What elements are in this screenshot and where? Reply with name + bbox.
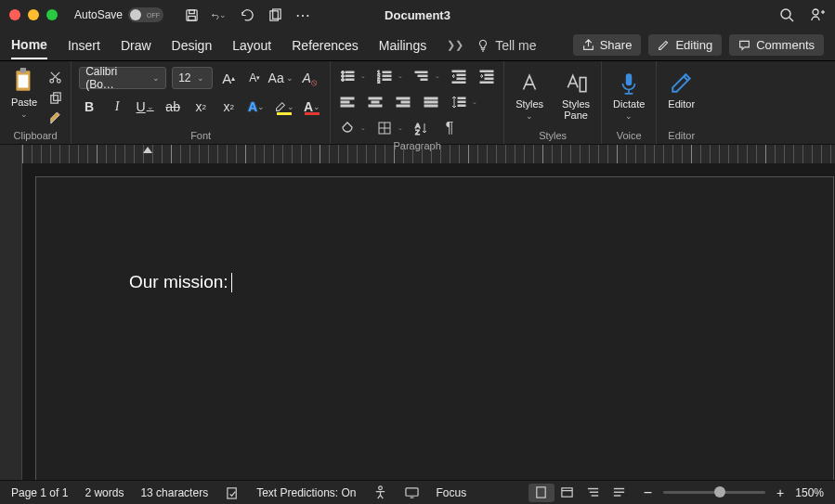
- focus-mode[interactable]: Focus: [437, 486, 467, 499]
- align-left-icon[interactable]: [338, 93, 357, 111]
- tab-design[interactable]: Design: [172, 32, 213, 58]
- clear-format-icon[interactable]: A⦸: [296, 68, 317, 88]
- cut-icon[interactable]: [46, 69, 63, 85]
- indent-marker[interactable]: [143, 147, 152, 153]
- grow-font-icon[interactable]: A▴: [218, 68, 239, 88]
- outline-icon[interactable]: [581, 484, 607, 502]
- template-icon[interactable]: [267, 7, 282, 22]
- font-color-icon[interactable]: A⌄: [302, 97, 322, 117]
- print-layout-icon[interactable]: [528, 484, 554, 502]
- zoom-out-icon[interactable]: −: [644, 485, 652, 501]
- group-styles: Styles⌄ Styles Pane Styles: [504, 61, 602, 144]
- strike-button[interactable]: ab: [163, 97, 183, 117]
- tell-me[interactable]: Tell me: [476, 38, 536, 53]
- align-right-icon[interactable]: [394, 93, 412, 111]
- tab-mailings[interactable]: Mailings: [379, 32, 426, 58]
- char-count[interactable]: 13 characters: [140, 486, 208, 499]
- svg-point-66: [379, 486, 383, 490]
- svg-rect-39: [485, 74, 493, 76]
- undo-icon[interactable]: ⌄: [212, 7, 227, 22]
- svg-rect-1: [189, 9, 194, 13]
- search-icon[interactable]: [779, 7, 794, 22]
- dictate-button[interactable]: Dictate⌄: [609, 69, 648, 123]
- vertical-ruler[interactable]: [0, 163, 22, 480]
- redo-icon[interactable]: [240, 7, 254, 22]
- indent-left-icon[interactable]: [450, 67, 468, 85]
- show-marks-icon[interactable]: ¶: [440, 119, 459, 137]
- page-indicator[interactable]: Page 1 of 1: [11, 486, 68, 499]
- text-effects-icon[interactable]: A⌄: [246, 97, 267, 117]
- draft-icon[interactable]: [607, 484, 633, 502]
- change-case-icon[interactable]: Aa⌄: [270, 68, 291, 88]
- svg-rect-55: [458, 97, 465, 99]
- paste-button[interactable]: Paste ⌄: [7, 65, 41, 121]
- autosave-toggle[interactable]: AutoSave OFF: [74, 7, 163, 22]
- close-window[interactable]: [9, 9, 20, 20]
- copy-icon[interactable]: [46, 89, 63, 106]
- shading-icon[interactable]: [338, 119, 357, 137]
- shrink-font-icon[interactable]: A▾: [244, 68, 265, 88]
- format-painter-icon[interactable]: [46, 110, 63, 126]
- subscript-button[interactable]: x2: [190, 97, 211, 117]
- font-name-combo[interactable]: Calibri (Bo…⌄: [79, 67, 166, 89]
- word-count[interactable]: 2 words: [85, 486, 124, 499]
- document-page[interactable]: Our mission:: [35, 176, 834, 480]
- indent-right-icon[interactable]: [477, 67, 496, 85]
- spellcheck-icon[interactable]: [225, 485, 240, 500]
- multilevel-icon[interactable]: [412, 67, 431, 85]
- bullets-icon[interactable]: [338, 67, 357, 85]
- tab-layout[interactable]: Layout: [232, 32, 271, 58]
- zoom-level[interactable]: 150%: [795, 486, 824, 499]
- svg-rect-34: [452, 71, 465, 72]
- svg-rect-43: [341, 101, 349, 103]
- font-size-combo[interactable]: 12⌄: [172, 67, 213, 89]
- superscript-button[interactable]: x2: [218, 97, 239, 117]
- tab-home[interactable]: Home: [11, 32, 47, 59]
- svg-rect-18: [53, 92, 60, 99]
- zoom-in-icon[interactable]: +: [776, 485, 784, 500]
- more-tabs-icon[interactable]: ❯❯: [447, 39, 463, 51]
- more-icon[interactable]: ⋯: [295, 7, 310, 22]
- svg-rect-38: [480, 71, 493, 72]
- accessibility-icon[interactable]: [373, 485, 388, 500]
- maximize-window[interactable]: [46, 9, 58, 20]
- svg-point-7: [813, 9, 818, 15]
- horizontal-ruler[interactable]: [22, 145, 835, 163]
- share-button[interactable]: Share: [573, 34, 642, 56]
- save-icon[interactable]: [184, 7, 199, 22]
- sort-icon[interactable]: AZ: [412, 119, 431, 137]
- tab-references[interactable]: References: [292, 32, 359, 58]
- ribbon-tabs: Home Insert Draw Design Layout Reference…: [0, 30, 835, 61]
- tab-insert[interactable]: Insert: [68, 32, 100, 58]
- svg-point-13: [50, 79, 54, 83]
- web-layout-icon[interactable]: [554, 484, 581, 502]
- tab-draw[interactable]: Draw: [121, 32, 151, 58]
- comments-button[interactable]: Comments: [729, 34, 824, 56]
- justify-icon[interactable]: [422, 93, 440, 111]
- styles-pane-button[interactable]: Styles Pane: [558, 69, 594, 123]
- italic-button[interactable]: I: [107, 97, 127, 117]
- clipboard-icon: [12, 67, 36, 95]
- bold-button[interactable]: B: [79, 97, 99, 117]
- editing-button[interactable]: Editing: [648, 34, 722, 56]
- minimize-window[interactable]: [28, 9, 39, 20]
- align-center-icon[interactable]: [366, 93, 385, 111]
- svg-rect-22: [346, 71, 354, 73]
- text-predictions[interactable]: Text Predictions: On: [256, 486, 356, 499]
- borders-icon[interactable]: [375, 119, 394, 137]
- display-settings-icon[interactable]: [405, 485, 420, 500]
- editor-button[interactable]: Editor: [664, 69, 698, 111]
- document-body[interactable]: Our mission:: [129, 272, 759, 292]
- styles-icon: [516, 71, 542, 97]
- autosave-switch[interactable]: OFF: [128, 7, 163, 22]
- highlight-icon[interactable]: ⌄: [274, 97, 294, 117]
- zoom-slider[interactable]: [663, 491, 765, 494]
- share-icon: [582, 39, 594, 51]
- underline-button[interactable]: U⌄: [135, 97, 155, 117]
- account-icon[interactable]: [811, 7, 826, 22]
- styles-button[interactable]: Styles⌄: [512, 69, 547, 123]
- svg-line-6: [789, 18, 793, 21]
- svg-rect-64: [626, 73, 633, 85]
- line-spacing-icon[interactable]: [450, 93, 468, 111]
- numbering-icon[interactable]: 123: [375, 67, 394, 85]
